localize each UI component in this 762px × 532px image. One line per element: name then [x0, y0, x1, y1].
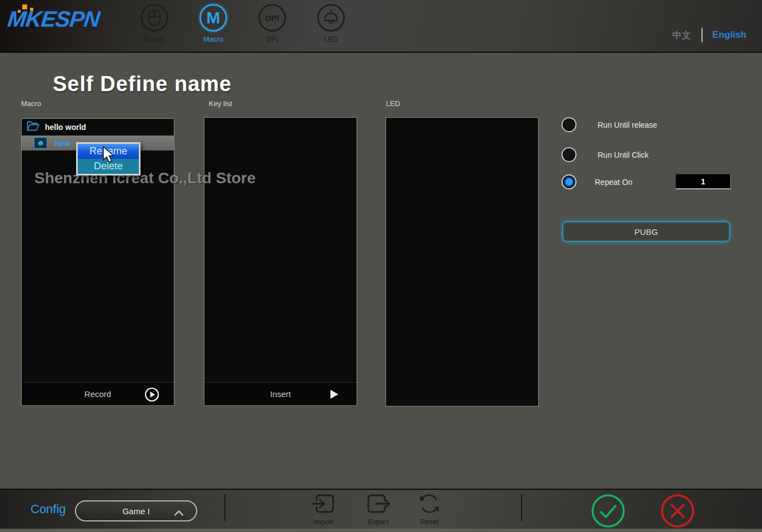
import-label: Import [313, 518, 334, 526]
record-button[interactable]: Record [22, 382, 174, 405]
export-icon [366, 493, 390, 516]
mouse-icon [141, 4, 168, 32]
macro-icon: M [199, 4, 227, 32]
radio-label: Repeat On [595, 178, 633, 187]
macro-item-name: New [54, 139, 71, 148]
bottom-bar: Config Game I Import [0, 489, 762, 532]
app-window: MKESPN Button M Macro [0, 0, 762, 532]
led-panel [385, 117, 539, 406]
store-watermark: Shenzhen Icreat Co.,Ltd Store [34, 169, 255, 187]
profile-name: Game I [122, 506, 149, 516]
import-button[interactable]: Import [305, 493, 341, 526]
reset-icon [418, 493, 441, 516]
radio-run-until-release[interactable] [562, 117, 576, 132]
lamp-icon [317, 4, 345, 32]
keylist-panel-label: Key list [209, 99, 232, 108]
reset-button[interactable]: Reset [412, 493, 447, 526]
nav-label: LED [324, 35, 338, 43]
context-menu-rename[interactable]: Rename [78, 144, 139, 159]
reset-label: Reset [420, 518, 439, 526]
context-menu: Rename Delete [76, 142, 141, 175]
radio-label: Run Until Click [598, 150, 649, 159]
nav-tab-led[interactable]: LED [302, 0, 360, 53]
radio-run-until-click[interactable] [562, 147, 576, 162]
radio-label: Run Until release [598, 121, 657, 129]
top-bar: MKESPN Button M Macro [0, 0, 762, 53]
language-switcher: 中文 English [673, 28, 746, 42]
nav-label: Macro [203, 35, 223, 43]
lang-chinese[interactable]: 中文 [673, 29, 691, 42]
page-title: Self Define name [53, 72, 232, 96]
brand-logo: MKESPN [8, 7, 99, 38]
repeat-count-input[interactable] [675, 174, 731, 189]
check-circle-icon [590, 493, 626, 529]
macro-name-button[interactable]: PUBG [562, 221, 730, 242]
radio-row-repeat-on: Repeat On [562, 174, 633, 189]
radio-row-run-until-release: Run Until release [562, 117, 657, 132]
main-content: Self Define name Macro Key list LED hell… [0, 54, 762, 489]
record-label: Record [84, 389, 111, 399]
nav-tab-button[interactable]: Button [125, 0, 184, 53]
insert-label: Insert [270, 389, 291, 399]
divider [701, 28, 703, 42]
export-label: Export [368, 518, 389, 526]
macro-item-icon [34, 137, 47, 149]
lang-english[interactable]: English [713, 29, 746, 41]
config-label: Config [31, 502, 66, 516]
keylist-panel: Insert [204, 117, 357, 406]
nav-label: DPI [266, 35, 278, 43]
logo-text: MKESPN [7, 7, 101, 32]
open-folder-icon [27, 121, 39, 133]
chevron-up-icon [174, 509, 184, 519]
macro-panel-label: Macro [21, 99, 41, 108]
insert-button[interactable]: Insert [204, 382, 357, 405]
divider [224, 494, 225, 521]
x-circle-icon [660, 493, 695, 529]
confirm-button[interactable] [590, 493, 626, 529]
radio-row-run-until-click: Run Until Click [562, 147, 649, 162]
macro-folder-row[interactable]: hello world [22, 119, 174, 135]
insert-arrow-icon [330, 389, 339, 401]
cancel-button[interactable] [660, 493, 695, 529]
nav-tab-dpi[interactable]: DPI DPI [243, 0, 302, 53]
macro-folder-name: hello world [45, 123, 86, 132]
dpi-icon: DPI [258, 4, 286, 32]
nav-tab-macro[interactable]: M Macro [184, 0, 243, 53]
play-circle-icon [144, 387, 159, 404]
export-button[interactable]: Export [360, 493, 396, 526]
led-panel-label: LED [386, 99, 400, 108]
main-nav: Button M Macro DPI DPI [125, 0, 360, 53]
profile-dropdown[interactable]: Game I [75, 500, 197, 521]
context-menu-delete[interactable]: Delete [78, 159, 139, 174]
radio-repeat-on[interactable] [562, 174, 576, 189]
import-icon [311, 493, 335, 516]
nav-label: Button [144, 35, 165, 43]
divider [521, 494, 522, 521]
